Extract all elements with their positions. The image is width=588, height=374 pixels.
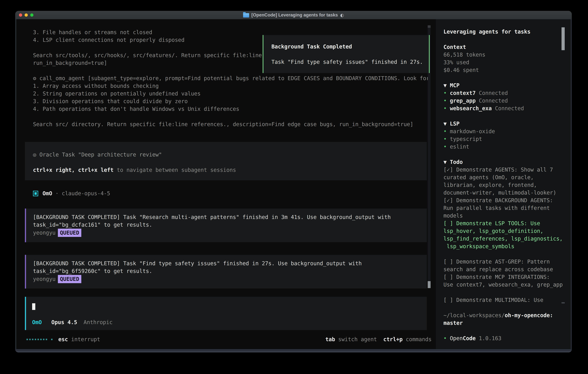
status-dot-icon: • [443,105,447,112]
message-line: [BACKGROUND TASK COMPLETED] Task "Resear… [33,213,427,221]
todo-item: [ ]Demonstrate MULTIMODAL: Use [443,296,564,304]
git-branch: master [443,319,564,327]
window-title: [OpenCode] Leveraging agents for tasks [252,12,338,18]
checkbox-checked-icon: [✓] [443,166,453,173]
toast-body: Task "Find type safety issues" finished … [272,58,429,66]
background-task-message: [BACKGROUND TASK COMPLETED] Task "Resear… [25,208,427,242]
todo-item-active: [ ]Demonstrate LSP TOOLS: Use lsp_hover,… [443,219,564,250]
status-dot-icon: • [443,90,447,96]
status-dot-icon: • [443,144,447,150]
message-author: yeongyu [33,276,56,282]
opencode-window: [OpenCode] Leveraging agents for tasks ◐… [15,11,572,352]
half-circle-icon: ◐ [340,13,344,18]
chevron-down-icon: ▼ [443,121,447,127]
input-model-name: Opus 4.5 [51,319,77,325]
log-line-tool-call: ⚙ call_omo_agent [subagent_type=explore,… [33,74,437,82]
input-agent-name: OmO [32,319,42,325]
status-bar: esc interrupt tab switch agent ctrl+p co… [26,335,431,343]
chevron-down-icon: ▼ [443,82,447,89]
omo-agent-icon [33,191,38,196]
status-right: tab switch agent ctrl+p commands [326,336,431,343]
chat-area: 3. File handles or streams not closed 4.… [16,19,436,349]
log-line [33,113,437,120]
status-dot-icon: • [443,136,447,142]
session-title: Leveraging agents for tasks [443,28,564,36]
agent-model: claude-opus-4-5 [62,190,110,197]
checkbox-empty-icon: [ ] [443,274,453,280]
lsp-item: •markdown-oxide [443,128,564,135]
mcp-item: •grep_appConnected [443,97,564,104]
message-author: yeongyu [33,230,56,236]
separator-dot: · [55,190,59,197]
todo-section-header[interactable]: ▼Todo [443,158,564,166]
sidebar-content: Leveraging agents for tasks Context 66,5… [443,28,564,342]
folder-icon [243,13,249,18]
oracle-task-box[interactable]: ◎ Oracle Task "Deep architecture review"… [25,142,427,180]
window-title-row: [OpenCode] Leveraging agents for tasks ◐ [15,11,572,19]
sidebar: Leveraging agents for tasks Context 66,5… [436,19,571,349]
mcp-section-header[interactable]: ▼MCP [443,82,564,89]
todo-item: [ ]Demonstrate AST-GREP: Pattern search … [443,258,564,273]
todo-item: [✓]Demonstrate BACKGROUND AGENTS: Run pa… [443,197,564,219]
log-line: 1. Array access without bounds checking [33,82,437,90]
context-used: 33% used [443,59,564,66]
chat-scrollbar-top-segment [428,25,430,28]
hint-text: to navigate between subagent sessions [114,167,236,173]
subagent-navigation-hint: ctrl+x right, ctrl+x left to navigate be… [33,166,427,174]
commands-key-label: commands [406,336,431,343]
model-selector-line[interactable]: OmO Opus 4.5 Anthropic [32,319,113,325]
message-line: [BACKGROUND TASK COMPLETED] Task "Find t… [33,260,427,267]
message-line: task_id="bg_6f59260c" to get results. [33,267,427,275]
status-left: esc interrupt [26,336,100,343]
lsp-section-header[interactable]: ▼LSP [443,120,564,128]
sidebar-scrollbar-thumb[interactable] [562,27,565,50]
window-bottom-edge [15,349,572,352]
background-task-message: [BACKGROUND TASK COMPLETED] Task "Find t… [25,255,427,289]
titlebar: [OpenCode] Leveraging agents for tasks ◐ [15,11,572,19]
workspace-path: ~/local-workspaces/oh-my-opencode: [443,312,564,319]
prompt-input[interactable]: OmO Opus 4.5 Anthropic [25,297,427,330]
background-task-toast[interactable]: Background Task Completed Task "Find typ… [262,35,430,73]
spinner-dots-icon [26,339,52,340]
context-tokens: 66,518 tokens [443,51,564,59]
app-version: •OpenCode1.0.163 [443,334,564,342]
lsp-item: •eslint [443,143,564,151]
todo-item: [ ]Demonstrate MCP INTEGRATIONS: Use con… [443,273,564,289]
message-meta: yeongyuQUEUED [33,275,427,283]
message-line: task_id="bg_dcfac161" to get results. [33,221,427,229]
esc-key-hint: esc [58,336,68,343]
message-meta: yeongyuQUEUED [33,229,427,236]
queued-badge: QUEUED [58,275,81,283]
log-line: 3. Division operations that could divide… [33,97,437,105]
chat-scrollbar-thumb[interactable] [428,281,430,288]
mcp-item: •websearch_exaConnected [443,104,564,112]
toast-title: Background Task Completed [272,43,429,51]
status-dot-icon: • [443,335,447,342]
agent-name: OmO [42,190,52,197]
log-line: 4. Path operations that don't handle Win… [33,105,437,113]
hint-keys: ctrl+x right, ctrl+x left [33,167,114,173]
commands-key-hint: ctrl+p [383,336,403,343]
status-dot-icon: • [443,98,447,104]
chevron-down-icon: ▼ [443,159,447,165]
checkbox-empty-icon: [ ] [443,259,453,265]
tab-key-label: switch agent [338,336,377,343]
checkbox-checked-icon: [✓] [443,197,453,204]
queued-badge: QUEUED [58,229,81,237]
tab-key-hint: tab [326,336,335,343]
mcp-item: •context7Connected [443,89,564,97]
window-body: 3. File handles or streams not closed 4.… [15,19,572,349]
input-provider-name: Anthropic [84,319,113,325]
todo-item: [✓]Demonstrate AGENTS: Show all 7 curate… [443,166,564,197]
context-heading: Context [443,43,564,51]
checkbox-empty-icon: [ ] [443,297,453,303]
context-spent: $0.46 spent [443,66,564,74]
lsp-item: •typescript [443,135,564,143]
esc-key-label: interrupt [71,336,100,343]
agent-header: OmO · claude-opus-4-5 [33,190,110,197]
text-cursor [32,303,35,310]
status-dot-icon: • [443,128,447,135]
oracle-task-title: ◎ Oracle Task "Deep architecture review" [33,151,427,158]
sidebar-scrollbar-end [562,302,565,303]
checkbox-empty-icon: [ ] [443,220,453,227]
